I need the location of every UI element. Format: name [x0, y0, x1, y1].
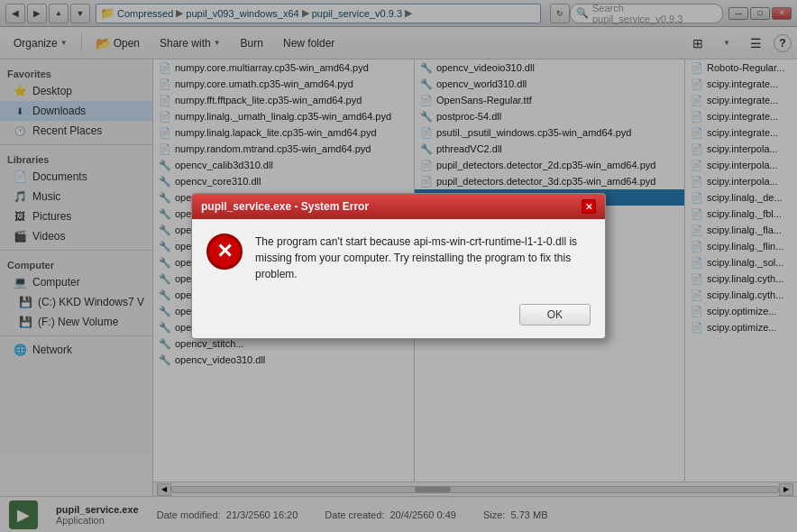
modal-error-icon: ✕	[206, 234, 243, 270]
modal-close-button[interactable]: ✕	[582, 199, 596, 214]
modal-ok-button[interactable]: OK	[519, 304, 591, 326]
modal-footer: OK	[192, 297, 605, 338]
modal-message: The program can't start because api-ms-w…	[255, 234, 591, 282]
error-circle: ✕	[206, 234, 243, 270]
modal-body: ✕ The program can't start because api-ms…	[192, 219, 605, 297]
modal-title: pupil_service.exe - System Error	[201, 200, 369, 213]
modal-titlebar: pupil_service.exe - System Error ✕	[192, 194, 605, 219]
modal-overlay: pupil_service.exe - System Error ✕ ✕ The…	[0, 0, 797, 532]
error-dialog: pupil_service.exe - System Error ✕ ✕ The…	[191, 193, 606, 339]
